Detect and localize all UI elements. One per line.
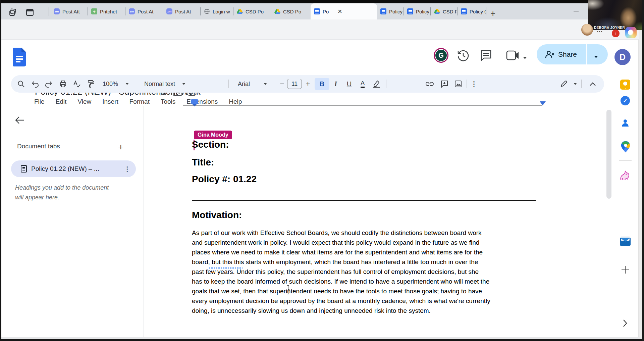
browser-tab[interactable]: + Pritchet [88,3,125,19]
paragraph-style-select[interactable]: Normal text [141,75,178,93]
share-dropdown-icon[interactable] [594,53,598,59]
menu-help[interactable]: Help [229,98,242,105]
search-menus-icon[interactable] [14,75,28,93]
browser-tab[interactable]: Policy 0 [458,3,486,19]
spellcheck-icon[interactable] [70,75,84,93]
increase-font-icon[interactable]: + [303,75,313,93]
menu-view[interactable]: View [77,98,91,105]
paint-format-icon[interactable] [84,75,97,93]
meet-camera-icon[interactable] [506,50,520,61]
version-history-icon[interactable] [456,48,471,63]
underline-button[interactable]: U [342,75,356,93]
comments-icon[interactable] [479,49,493,62]
body-line[interactable]: board, but this this starts with employm… [192,259,478,265]
share-button[interactable]: Share [537,44,608,64]
window-minimize-button[interactable] [574,11,579,11]
body-line[interactable]: As part of our work with Effective Schoo… [192,230,482,236]
body-line[interactable]: doing, is unnecessarily slowing us down … [192,307,431,314]
raise-hand-icon[interactable]: ↑ [612,30,620,37]
menu-edit[interactable]: Edit [56,98,67,105]
browser-tab[interactable]: CSD Po [431,3,458,19]
participant-name: DEBORA JOYNER [594,26,625,30]
doc-heading-motivation[interactable]: Motivation: [192,210,242,220]
zoom-select[interactable]: 100% [99,75,122,93]
print-icon[interactable] [56,75,70,93]
screen-left-edge [0,0,1,341]
docs-logo-icon[interactable] [13,48,26,66]
maps-icon[interactable] [621,141,630,152]
menu-tools[interactable]: Tools [161,98,175,105]
browser-tab[interactable]: zm Post At [163,3,201,19]
body-line[interactable]: past few years. Under this policy, the s… [192,269,479,275]
italic-button[interactable]: I [329,75,342,93]
mail-icon[interactable] [620,238,631,246]
camera-dropdown-icon[interactable] [523,54,527,60]
add-tab-icon[interactable]: + [118,142,123,152]
highlight-color-icon[interactable] [369,75,384,93]
browser-tab-active[interactable]: Po ✕ [311,3,377,19]
participant-menu-dots: ••• [597,30,603,34]
keep-icon[interactable] [620,80,630,90]
screen-top-edge [0,0,644,3]
zoom-favicon: zm [166,8,172,14]
undo-icon[interactable] [29,75,42,93]
style-dropdown-icon[interactable] [180,75,187,93]
add-sidebar-icon[interactable] [621,265,630,275]
font-dropdown-icon[interactable] [262,75,269,93]
copilot-icon[interactable] [625,27,637,38]
body-line[interactable]: and superintendent work in policy. I wou… [192,239,479,246]
close-panel-arrow-icon[interactable] [15,115,25,125]
tab-options-icon[interactable]: ⋮ [124,165,130,173]
font-select[interactable]: Arial [234,75,254,93]
editing-mode-icon[interactable] [557,75,571,93]
browser-tab[interactable]: zm Post At [125,3,163,19]
expand-rail-icon[interactable] [622,319,628,328]
video-call-overlay[interactable] [588,0,644,30]
drive-favicon [434,8,440,14]
unicorn-icon[interactable] [619,170,631,181]
collaborator-avatar[interactable]: G [434,48,448,63]
tab-close-icon[interactable]: ✕ [337,8,342,15]
workspaces-icon[interactable] [25,8,34,17]
menu-file[interactable]: File [34,98,45,105]
doc-heading-section[interactable]: Section: [192,140,229,149]
insert-image-icon[interactable] [451,75,465,93]
doc-heading-policy[interactable]: Policy #: 01.22 [192,175,257,184]
body-line[interactable]: places where we need to make it clear wh… [192,249,483,255]
zoom-dropdown-icon[interactable] [124,75,130,93]
editing-mode-dropdown-icon[interactable] [572,75,579,93]
doc-heading-title[interactable]: Title: [192,158,214,167]
contacts-icon[interactable] [621,118,630,128]
body-line[interactable]: has to keep the board informed of such d… [192,278,489,285]
tasks-check-icon[interactable]: ✓ [621,96,630,105]
text-color-button[interactable]: A [356,75,369,93]
user-avatar[interactable]: D [614,49,631,65]
browser-tab[interactable]: Policy 0 [377,3,404,19]
browser-tab[interactable]: CSD Po [271,3,311,19]
browser-tab[interactable]: Policy 0 [404,3,431,19]
new-tab-button[interactable]: + [490,10,495,17]
hide-menus-icon[interactable] [585,75,600,93]
add-comment-icon[interactable] [438,75,451,93]
body-line[interactable]: goals that we set, then that superintend… [192,288,482,294]
screen-bottom-edge [0,339,644,341]
decrease-font-icon[interactable]: − [277,75,287,93]
document-scrollbar[interactable] [606,110,611,199]
insert-link-icon[interactable] [423,75,436,93]
browser-tab[interactable]: Login w [201,3,233,19]
docs-favicon [407,8,413,14]
menu-insert[interactable]: Insert [102,98,118,105]
more-options-icon[interactable]: ⋮ [468,75,480,93]
redo-icon[interactable] [42,75,55,93]
headings-hint-line2: will appear here. [15,194,59,201]
bold-button[interactable]: B [315,75,329,93]
tabs-panel-header: Document tabs [17,143,60,150]
font-size-field[interactable]: 11 [287,75,302,93]
body-line[interactable]: every employment decision be approved by… [192,298,490,304]
menu-format[interactable]: Format [129,98,150,105]
browser-toolbar: https://docs.google.com/document/d/12lPI… [1,19,642,40]
browser-tab[interactable]: zm Post Att [50,3,88,19]
tab-actions-icon[interactable] [8,8,17,17]
browser-tab[interactable]: CSD Po [233,3,271,19]
document-tab-item[interactable]: Policy 01.22 (NEW) – ... ⋮ [11,160,136,177]
